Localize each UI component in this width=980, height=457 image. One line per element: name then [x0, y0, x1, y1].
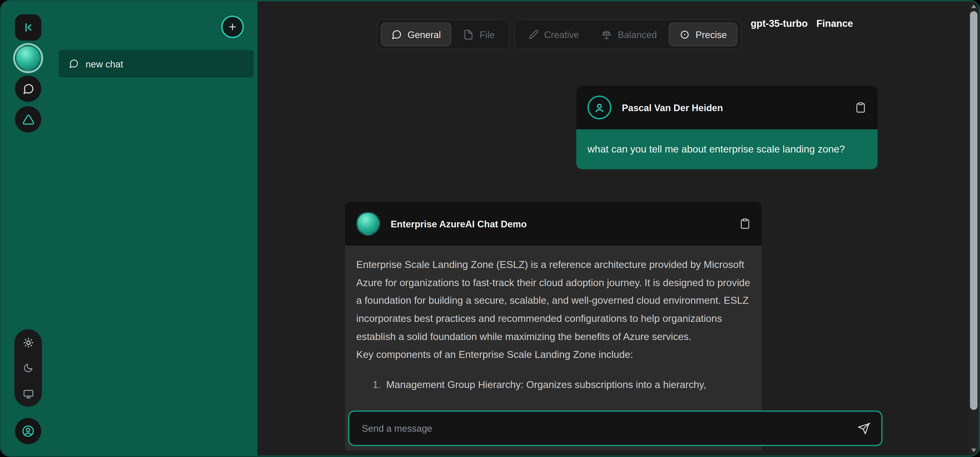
account-button[interactable]	[15, 418, 41, 444]
message-composer	[348, 411, 882, 446]
assistant-list-item: Management Group Hierarchy: Organizes su…	[384, 376, 751, 394]
tab-creative[interactable]: Creative	[518, 22, 590, 46]
triangle-nav-button[interactable]	[15, 106, 41, 133]
scales-icon	[601, 29, 612, 40]
mode-tabs: General File Creative	[377, 19, 741, 49]
sun-icon	[23, 337, 33, 348]
copy-message-button[interactable]	[739, 218, 751, 229]
tab-label: Balanced	[618, 29, 657, 40]
model-name: gpt-35-turbo	[751, 18, 808, 29]
send-button[interactable]	[858, 422, 870, 435]
stage: new chat General File	[0, 0, 980, 457]
assistant-message-header: Enterprise AzureAI Chat Demo	[345, 202, 762, 246]
dark-theme-button[interactable]	[21, 360, 36, 376]
workspace-name: Finance	[816, 18, 853, 29]
chat-list-item-label: new chat	[86, 59, 123, 69]
tab-label: Creative	[544, 29, 579, 40]
user-message-text: what can you tell me about enterprise sc…	[576, 129, 878, 169]
chat-nav-button[interactable]	[15, 76, 41, 102]
assistant-paragraph: Enterprise Scale Landing Zone (ESLZ) is …	[356, 256, 751, 346]
target-icon	[679, 29, 690, 40]
tab-balanced[interactable]: Balanced	[591, 22, 668, 46]
message-input[interactable]	[361, 422, 850, 434]
tab-file[interactable]: File	[453, 22, 506, 46]
screen: new chat General File	[0, 0, 980, 457]
chat-list-item[interactable]: new chat	[59, 50, 254, 78]
pen-icon	[528, 29, 538, 39]
app-window: new chat General File	[0, 0, 980, 457]
user-avatar	[587, 95, 611, 119]
assistant-avatar	[356, 212, 380, 235]
moon-icon	[23, 363, 33, 373]
tab-label: General	[407, 29, 441, 40]
tab-general[interactable]: General	[380, 22, 451, 46]
copy-message-button[interactable]	[855, 102, 866, 113]
chat-list-sidebar: new chat	[55, 1, 257, 455]
tab-precise[interactable]: Precise	[669, 22, 738, 46]
active-assistant-button[interactable]	[15, 45, 41, 71]
chat-bubble-icon	[69, 59, 79, 69]
mode-tab-group-source: General File	[377, 19, 509, 49]
user-message-header: Pascal Van Der Heiden	[576, 86, 878, 129]
scroll-down-icon[interactable]	[971, 449, 977, 452]
assistant-avatar	[15, 45, 41, 71]
plus-icon	[228, 22, 237, 32]
logo-icon	[22, 21, 35, 34]
assistant-sender-name: Enterprise AzureAI Chat Demo	[391, 218, 527, 229]
clipboard-icon	[739, 218, 751, 229]
scroll-up-icon[interactable]	[971, 4, 977, 8]
file-icon	[463, 29, 474, 40]
user-sender-name: Pascal Van Der Heiden	[622, 102, 723, 113]
icon-rail	[1, 1, 55, 455]
chat-bubble-icon	[391, 29, 402, 40]
mode-tab-group-style: Creative Balanced Precise	[514, 19, 741, 49]
scrollbar[interactable]	[969, 1, 979, 455]
scrollbar-thumb[interactable]	[970, 11, 977, 410]
user-icon	[21, 424, 35, 438]
chat-main: General File Creative	[258, 1, 969, 455]
assistant-subheading: Key components of an Enterprise Scale La…	[356, 346, 751, 364]
theme-switcher	[14, 329, 42, 407]
tab-label: Precise	[695, 29, 727, 40]
send-icon	[858, 422, 870, 435]
tab-label: File	[480, 29, 495, 40]
monitor-icon	[23, 388, 33, 399]
chat-bubble-icon	[22, 83, 34, 95]
triangle-icon	[22, 113, 34, 125]
app-logo-button[interactable]	[15, 14, 41, 41]
light-theme-button[interactable]	[21, 335, 36, 350]
system-theme-button[interactable]	[21, 386, 36, 401]
model-info: gpt-35-turbo Finance	[751, 18, 853, 29]
clipboard-icon	[855, 102, 866, 113]
user-message-card: Pascal Van Der Heiden what can you tell …	[576, 86, 878, 170]
new-chat-add-button[interactable]	[221, 16, 244, 38]
